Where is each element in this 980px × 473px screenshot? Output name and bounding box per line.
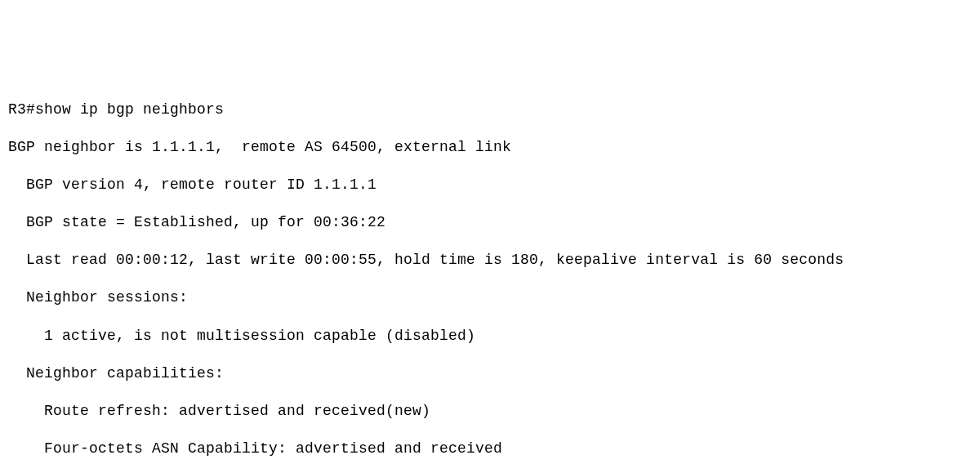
capabilities-header: Neighbor capabilities: xyxy=(8,364,972,383)
neighbor-line: BGP neighbor is 1.1.1.1, remote AS 64500… xyxy=(8,138,972,157)
last-read-line: Last read 00:00:12, last write 00:00:55,… xyxy=(8,251,972,270)
prompt: R3# xyxy=(8,101,35,118)
cmd-line: R3#show ip bgp neighbors xyxy=(8,100,972,119)
version-line: BGP version 4, remote router ID 1.1.1.1 xyxy=(8,176,972,194)
command-text: show ip bgp neighbors xyxy=(35,101,224,118)
terminal-output: R3#show ip bgp neighbors BGP neighbor is… xyxy=(8,82,972,473)
sessions-detail: 1 active, is not multisession capable (d… xyxy=(8,327,972,346)
state-line: BGP state = Established, up for 00:36:22 xyxy=(8,213,972,232)
cap-route-refresh: Route refresh: advertised and received(n… xyxy=(8,402,972,421)
cap-four-octet: Four-octets ASN Capability: advertised a… xyxy=(8,440,972,458)
neighbor-sessions-header: Neighbor sessions: xyxy=(8,288,972,307)
